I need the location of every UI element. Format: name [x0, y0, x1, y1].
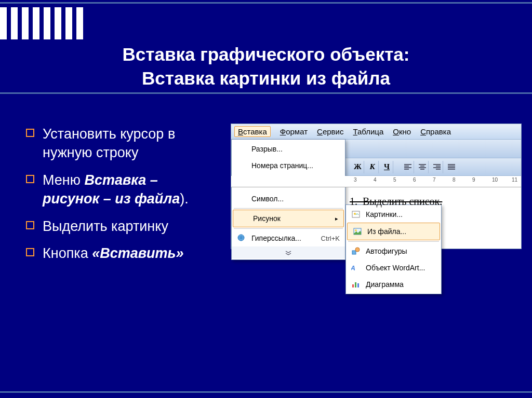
svg-rect-8 [352, 284, 354, 287]
menu-item-label: Из файла... [367, 227, 406, 236]
ruler-tick: 7 [433, 177, 436, 183]
menu-format[interactable]: Формат [280, 126, 308, 137]
top-line-decoration [0, 2, 532, 4]
list-item: Установить курсор в нужную строку [26, 125, 218, 162]
menu-window[interactable]: Окно [393, 126, 411, 137]
menu-item-picture[interactable]: Рисунок ▸ [233, 210, 344, 227]
menu-expand-button[interactable] [232, 246, 345, 258]
bold-button[interactable]: Ж [352, 161, 364, 173]
picture-icon [351, 226, 364, 237]
bullet-marker-icon [26, 248, 34, 256]
menu-item-label: Номера страниц... [251, 161, 313, 170]
shapes-icon [349, 246, 363, 256]
list-item: Меню Вставка – рисунок – из файла). [26, 171, 218, 209]
menu-item-label: Гиперссылка... [251, 234, 301, 242]
bullet-text: Меню Вставка – рисунок – из файла). [43, 171, 218, 209]
menu-table[interactable]: Таблица [353, 126, 383, 137]
align-right-button[interactable] [431, 161, 443, 173]
menu-separator [234, 208, 343, 209]
insert-dropdown-menu: Разрыв... Номера страниц... Дата и время… [231, 139, 345, 260]
submenu-item-autoshapes[interactable]: Автофигуры [346, 243, 441, 259]
svg-point-4 [355, 229, 357, 231]
align-center-button[interactable] [416, 161, 429, 173]
bullet-text: Установить курсор в нужную строку [43, 125, 218, 162]
bullet-text: Кнопка «Вставить» [43, 244, 184, 263]
underline-button[interactable]: Ч [381, 161, 393, 173]
title-line-1: Вставка графического объекта: [0, 43, 532, 66]
list-item: Кнопка «Вставить» [26, 244, 218, 263]
blank-icon [235, 194, 248, 204]
svg-rect-5 [352, 251, 356, 254]
svg-point-6 [355, 248, 360, 252]
bars-decoration [0, 7, 83, 39]
ruler-tick: 5 [393, 177, 396, 183]
clipart-icon [349, 209, 363, 219]
menu-item-pagenumbers[interactable]: Номера страниц... [232, 157, 345, 174]
svg-point-2 [354, 213, 356, 215]
bullet-list: Установить курсор в нужную строку Меню В… [0, 112, 229, 271]
submenu-item-fromfile[interactable]: Из файла... [347, 223, 440, 240]
bullet-marker-icon [26, 221, 34, 229]
bottom-line-decoration [0, 391, 532, 393]
submenu-item-wordart[interactable]: A Объект WordArt... [346, 259, 441, 276]
menu-item-break[interactable]: Разрыв... [232, 141, 345, 157]
bullet-marker-icon [26, 129, 34, 137]
ruler-tick: 6 [413, 177, 416, 183]
menu-item-label: Разрыв... [251, 145, 283, 153]
menu-item-symbol[interactable]: Символ... [232, 190, 345, 207]
menu-item-label: Диаграмма [366, 280, 404, 289]
ruler: 3 4 5 6 7 8 9 10 11 [231, 176, 521, 187]
doc-line: 1. Выделить список. [350, 194, 506, 209]
svg-rect-9 [355, 282, 356, 287]
blank-icon [235, 160, 248, 171]
menu-help[interactable]: Справка [420, 126, 451, 137]
chart-icon [349, 279, 363, 290]
menu-insert[interactable]: Вставка [234, 126, 271, 137]
italic-button[interactable]: К [366, 161, 379, 173]
title-divider [0, 92, 532, 94]
globe-link-icon [235, 233, 248, 243]
ruler-tick: 8 [453, 177, 456, 183]
menu-item-shortcut: Ctrl+K [321, 235, 340, 242]
bullet-marker-icon [26, 175, 34, 183]
menu-separator [234, 228, 343, 229]
align-left-button[interactable] [402, 161, 414, 173]
picture-submenu: Картинки... Из файла... Автофигуры A Объ… [345, 204, 442, 294]
wordart-icon: A [349, 263, 363, 273]
menubar: Вставка Формат Сервис Таблица Окно Справ… [231, 124, 521, 140]
svg-rect-10 [357, 283, 359, 287]
list-item: Выделить картинку [26, 217, 218, 236]
menu-item-label: Автофигуры [366, 247, 407, 255]
blank-icon [235, 144, 248, 154]
svg-text:A: A [351, 264, 356, 272]
menu-service[interactable]: Сервис [317, 126, 343, 137]
menu-item-label: Символ... [251, 195, 284, 203]
bullet-text: Выделить картинку [43, 217, 168, 236]
menu-item-hyperlink[interactable]: Гиперссылка... Ctrl+K [232, 230, 345, 246]
ruler-tick: 10 [492, 177, 498, 183]
blank-icon [236, 213, 250, 224]
ruler-tick: 9 [472, 177, 475, 183]
title-line-2: Вставка картинки из файла [0, 66, 532, 90]
align-justify-button[interactable] [445, 161, 458, 173]
submenu-arrow-icon: ▸ [335, 215, 338, 222]
menu-separator [348, 241, 439, 242]
word-screenshot: Вставка Формат Сервис Таблица Окно Справ… [231, 123, 522, 249]
menu-item-label: Картинки... [366, 210, 403, 218]
menu-item-label: Рисунок [253, 214, 281, 223]
ruler-tick: 4 [374, 177, 377, 183]
ruler-tick: 3 [354, 177, 357, 183]
menu-item-label: Объект WordArt... [366, 264, 425, 272]
submenu-item-chart[interactable]: Диаграмма [346, 276, 441, 293]
slide-title: Вставка графического объекта: Вставка ка… [0, 43, 532, 90]
ruler-tick: 11 [512, 177, 517, 183]
